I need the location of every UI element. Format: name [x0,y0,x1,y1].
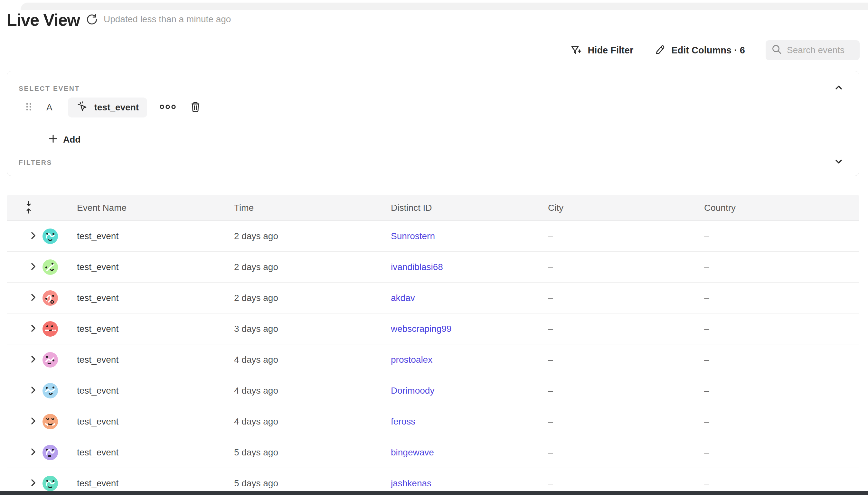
user-avatar-squiggle-ring [42,283,58,313]
search-input[interactable] [787,45,854,55]
event-name-cell: test_event [77,406,118,437]
chevron-right-icon [30,479,37,488]
event-select-chip[interactable]: test_event [68,98,148,118]
row-expand-button[interactable] [27,406,39,437]
drag-handle-icon[interactable] [25,102,32,113]
chevron-right-icon [30,355,37,365]
row-expand-button[interactable] [27,344,39,375]
table-row[interactable]: test_event 4 days ago prostoalex – – [7,344,859,375]
time-cell: 4 days ago [234,406,278,437]
distinct-id-cell: bingewave [391,437,434,468]
city-cell: – [548,406,553,437]
country-cell: – [704,375,709,406]
country-cell: – [704,252,709,283]
chevron-right-icon [30,386,37,395]
row-expand-button[interactable] [27,252,39,283]
row-expand-button[interactable] [27,221,39,252]
event-name-cell: test_event [77,437,118,468]
table-row[interactable]: test_event 4 days ago Dorimoody – – [7,375,859,406]
column-header-distinct-id: Distinct ID [391,195,432,221]
plus-icon [48,134,58,146]
select-event-section-label: SELECT EVENT [19,85,80,92]
time-cell: 4 days ago [234,344,278,375]
distinct-id-link[interactable]: akdav [391,293,415,303]
row-expand-button[interactable] [27,437,39,468]
table-row[interactable]: test_event 2 days ago ivandiblasi68 – – [7,252,859,283]
click-cursor-icon [76,100,89,115]
distinct-id-link[interactable]: Dorimoody [391,386,434,396]
edit-columns-button[interactable]: Edit Columns · 6 [654,45,745,56]
pencil-icon [654,45,665,56]
country-cell: – [704,313,709,344]
chevron-right-icon [30,262,37,272]
distinct-id-cell: prostoalex [391,344,432,375]
collapse-vertical-icon [24,200,33,216]
table-row[interactable]: test_event 4 days ago feross – – [7,406,859,437]
table-row[interactable]: test_event 5 days ago bingewave – – [7,437,859,468]
hide-filter-button[interactable]: Hide Filter [569,44,633,56]
more-options-button[interactable] [159,104,177,112]
user-avatar-squiggle-smile [42,221,58,252]
table-header: Event NameTimeDistinct IDCityCountry [7,195,859,221]
event-name-cell: test_event [77,221,118,252]
country-cell: – [704,437,709,468]
page-title: Live View [7,10,80,30]
trash-icon[interactable] [190,101,201,114]
user-avatar-chevron-smirk [42,375,58,406]
user-avatar-wink-smile [42,252,58,283]
country-cell: – [704,344,709,375]
updated-status-text: Updated less than a minute ago [104,14,231,24]
chevron-right-icon [30,417,37,426]
city-cell: – [548,375,553,406]
user-avatar-sleepy-smile [42,406,58,437]
country-cell: – [704,406,709,437]
column-header-country: Country [704,195,736,221]
table-row[interactable]: test_event 2 days ago Sunrostern – – [7,221,859,252]
chevron-right-icon [30,232,37,241]
filter-plus-icon [569,44,582,56]
distinct-id-link[interactable]: feross [391,416,415,427]
table-row[interactable]: test_event 3 days ago webscraping99 – – [7,313,859,344]
refresh-icon [86,21,99,27]
event-name-cell: test_event [77,313,118,344]
distinct-id-link[interactable]: ivandiblasi68 [391,262,443,272]
distinct-id-cell: Dorimoody [391,375,434,406]
add-event-button[interactable]: Add [48,131,81,148]
hide-filter-label: Hide Filter [588,45,633,56]
table-body: test_event 2 days ago Sunrostern – – tes… [7,221,859,495]
table-row[interactable]: test_event 2 days ago akdav – – [7,283,859,313]
chevron-right-icon [30,448,37,457]
distinct-id-link[interactable]: Sunrostern [391,231,435,241]
search-box[interactable] [766,40,860,60]
city-cell: – [548,221,553,252]
edit-columns-label: Edit Columns · 6 [671,45,745,56]
event-chip-label: test_event [94,102,139,113]
row-expand-button[interactable] [27,313,39,344]
chevron-right-icon [30,293,37,303]
column-header-event-name: Event Name [77,195,126,221]
distinct-id-link[interactable]: webscraping99 [391,324,452,334]
collapse-all-rows-button[interactable] [22,195,35,221]
column-header-city: City [548,195,563,221]
row-expand-button[interactable] [27,375,39,406]
add-button-label: Add [63,135,81,145]
country-cell: – [704,221,709,252]
distinct-id-link[interactable]: bingewave [391,447,434,458]
distinct-id-link[interactable]: jashkenas [391,478,431,489]
select-event-collapse-button[interactable] [833,82,844,93]
user-avatar-squiggle-open [42,437,58,468]
event-query-row: A test_event [7,98,859,118]
user-avatar-deadpan [42,313,58,344]
filters-section-label: FILTERS [19,159,52,166]
refresh-button[interactable] [86,13,99,26]
chevron-right-icon [30,324,37,334]
city-cell: – [548,344,553,375]
toolbar: Hide Filter Edit Columns · 6 [569,40,860,61]
filters-expand-button[interactable] [833,156,844,167]
user-avatar-zigzag-smirk [42,344,58,375]
row-expand-button[interactable] [27,283,39,313]
query-builder-card: SELECT EVENT A test_event [7,71,859,176]
chevron-up-icon [833,88,844,94]
distinct-id-link[interactable]: prostoalex [391,355,432,365]
events-table: Event NameTimeDistinct IDCityCountry tes… [7,195,859,495]
